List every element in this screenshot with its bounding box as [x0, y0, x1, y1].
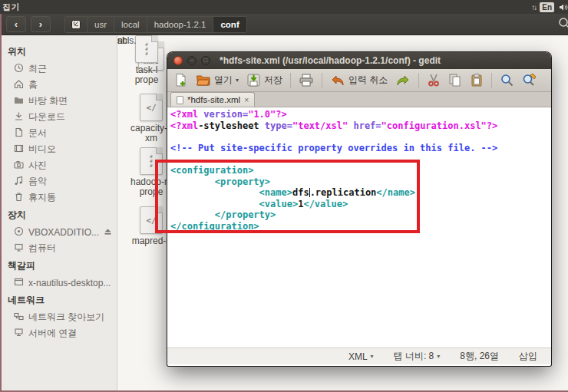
- file-page-icon: </: [140, 206, 163, 234]
- find-button[interactable]: [497, 71, 517, 89]
- gedit-titlebar[interactable]: − □ *hdfs-site.xml (/usr/local/hadoop-1.…: [167, 52, 551, 69]
- print-button[interactable]: [296, 71, 316, 89]
- sidebar-item-server[interactable]: 서버에 연결: [2, 325, 117, 341]
- document-icon: [14, 127, 24, 140]
- gedit-window: − □ *hdfs-site.xml (/usr/local/hadoop-1.…: [167, 52, 551, 366]
- sidebar-section-header: 네트워크: [2, 291, 117, 309]
- volume-icon[interactable]: [558, 2, 568, 12]
- forward-button[interactable]: ›: [31, 16, 51, 32]
- file-page-icon: </: [140, 94, 163, 121]
- new-document-button[interactable]: [171, 71, 190, 89]
- code-line: </property>: [170, 209, 551, 221]
- redo-button[interactable]: [393, 72, 413, 89]
- sidebar-item-label: 서버에 연결: [28, 327, 77, 340]
- sidebar-item-label: 다운로드: [28, 110, 65, 124]
- trash-icon: [14, 192, 24, 204]
- network-icon: [14, 311, 24, 324]
- cursor-position: 8행, 26열: [460, 350, 499, 363]
- breadcrumb-local[interactable]: local: [114, 17, 147, 32]
- tab-width-selector[interactable]: 탭 너비: 8▾: [394, 350, 441, 363]
- sidebar-item-disc[interactable]: VBOXADDITIO...: [2, 224, 117, 240]
- code-line: [170, 131, 551, 143]
- sidebar-item-music[interactable]: 음악: [2, 173, 117, 189]
- sidebar-item-window[interactable]: x-nautilus-desktop...: [2, 275, 117, 291]
- home-icon: [14, 79, 24, 91]
- code-line: [170, 153, 551, 165]
- file-page-icon: # # #: [140, 147, 163, 175]
- tab-close-icon[interactable]: ×: [244, 95, 249, 104]
- code-line: <name>dfs.replication</name>: [170, 187, 551, 199]
- filesystem-root-icon[interactable]: [65, 17, 88, 32]
- computer-icon: [14, 242, 24, 255]
- gedit-tab-bar: *hdfs-site.xml ×: [167, 92, 551, 107]
- places-sidebar: 위치최근홈바탕 화면다운로드문서비디오사진음악휴지통장치VBOXADDITIO.…: [2, 35, 117, 390]
- maximize-button[interactable]: □: [201, 56, 210, 65]
- sidebar-item-label: 비디오: [28, 143, 56, 156]
- gedit-status-bar: XML▾ 탭 너비: 8▾ 8행, 26열 삽입: [167, 348, 551, 364]
- desktop-top-bar: 집기 ↑↓ En: [0, 0, 568, 14]
- search-icon[interactable]: [557, 16, 568, 33]
- sidebar-item-folder[interactable]: 바탕 화면: [2, 93, 117, 109]
- close-button[interactable]: [173, 56, 183, 65]
- xml-file-glyph: </: [146, 216, 156, 226]
- breadcrumb-conf[interactable]: conf: [213, 17, 246, 32]
- tab-hdfs-site-xml[interactable]: *hdfs-site.xml ×: [170, 92, 255, 107]
- sidebar-item-label: x-nautilus-desktop...: [28, 278, 111, 288]
- eject-icon[interactable]: [104, 227, 112, 238]
- undo-button[interactable]: 입력 취소: [328, 72, 390, 89]
- sidebar-item-download[interactable]: 다운로드: [2, 109, 117, 125]
- breadcrumb-usr[interactable]: usr: [88, 17, 114, 32]
- code-line: </configuration>: [170, 221, 551, 232]
- sidebar-section-header: 책갈피: [2, 256, 117, 275]
- music-icon: [14, 176, 24, 188]
- find-replace-button[interactable]: [520, 71, 539, 89]
- back-button[interactable]: ‹: [6, 16, 26, 32]
- window-icon: [14, 277, 24, 289]
- properties-file-glyph: # # #: [150, 154, 153, 168]
- sidebar-item-network[interactable]: 네트워크 찾아보기: [2, 309, 117, 325]
- code-line: <!-- Put site-specific property override…: [170, 143, 551, 154]
- sidebar-item-label: 최근: [28, 62, 47, 75]
- window-title-global: 집기: [0, 2, 20, 13]
- properties-file-glyph: # # #: [145, 42, 148, 56]
- tab-document-icon: [177, 96, 183, 104]
- breadcrumb-hadoop[interactable]: hadoop-1.2.1: [147, 17, 214, 32]
- sidebar-item-home[interactable]: 홈: [2, 77, 117, 93]
- clock-icon: [14, 63, 24, 75]
- code-line: <configuration>: [170, 165, 551, 176]
- video-icon: [14, 143, 24, 156]
- save-label: 저장: [264, 74, 282, 87]
- chevron-down-icon: ▾: [437, 353, 440, 360]
- toolbar-separator: [290, 73, 291, 88]
- sidebar-item-label: 휴지통: [28, 191, 56, 204]
- folder-icon: [14, 95, 24, 107]
- sidebar-item-trash[interactable]: 휴지통: [2, 189, 117, 206]
- xml-file-glyph: </: [146, 103, 156, 113]
- sidebar-item-document[interactable]: 문서: [2, 125, 117, 141]
- sidebar-item-camera[interactable]: 사진: [2, 157, 117, 173]
- disc-icon: [14, 226, 24, 239]
- cut-button[interactable]: [424, 71, 443, 89]
- paste-button[interactable]: [467, 71, 486, 89]
- keyboard-layout-indicator[interactable]: En: [540, 2, 554, 12]
- save-button[interactable]: 저장: [244, 71, 285, 89]
- toolbar-separator: [418, 73, 419, 88]
- open-label: 열기: [214, 74, 233, 87]
- sidebar-item-clock[interactable]: 최근: [2, 61, 117, 77]
- network-arrows-icon[interactable]: ↑↓: [531, 3, 536, 12]
- sidebar-item-computer[interactable]: 컴퓨터: [2, 240, 117, 256]
- code-line: <?xml-stylesheet type="text/xsl" href="c…: [170, 120, 551, 132]
- open-button[interactable]: 열기 ▾: [193, 72, 241, 89]
- text-editor-area[interactable]: <?xml version="1.0"?><?xml-stylesheet ty…: [167, 107, 551, 348]
- language-selector[interactable]: XML▾: [348, 351, 374, 362]
- insert-mode-indicator: 삽입: [519, 350, 537, 363]
- file-page-icon: # # #: [135, 35, 158, 63]
- code-line: <value>1</value>: [170, 199, 551, 210]
- minimize-button[interactable]: −: [187, 56, 196, 65]
- copy-button[interactable]: [446, 71, 464, 89]
- open-dropdown-caret[interactable]: ▾: [236, 77, 239, 84]
- sidebar-item-video[interactable]: 비디오: [2, 141, 117, 157]
- sidebar-item-label: 사진: [28, 159, 47, 172]
- camera-icon: [14, 160, 24, 172]
- code-line: <?xml version="1.0"?>: [170, 109, 551, 120]
